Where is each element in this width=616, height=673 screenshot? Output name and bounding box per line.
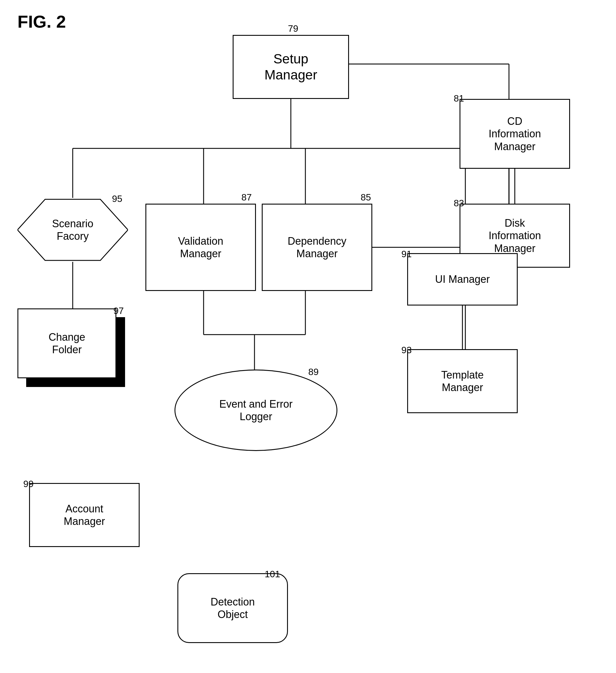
change-folder-number: 97 <box>113 305 124 316</box>
cd-info-manager-node: CD Information Manager <box>459 99 570 169</box>
cd-info-manager-number: 81 <box>454 93 464 104</box>
event-error-logger-node: Event and Error Logger <box>175 370 337 451</box>
ui-manager-node: UI Manager <box>407 253 518 305</box>
figure-label: FIG. 2 <box>17 12 66 32</box>
dependency-manager-node: Dependency Manager <box>262 204 372 291</box>
account-manager-node: Account Manager <box>29 483 139 547</box>
ui-manager-number: 91 <box>401 249 412 259</box>
setup-manager-node: Setup Manager <box>233 35 349 99</box>
scenario-factory-number: 95 <box>112 194 122 204</box>
account-manager-number: 99 <box>23 479 34 489</box>
validation-manager-node: Validation Manager <box>145 204 256 291</box>
template-manager-number: 93 <box>401 345 412 356</box>
scenario-factory-node: Scenario Facory <box>17 198 128 262</box>
detection-object-node: Detection Object <box>178 573 288 643</box>
disk-info-manager-number: 83 <box>454 198 464 209</box>
validation-manager-number: 87 <box>241 192 252 203</box>
template-manager-node: Template Manager <box>407 349 518 413</box>
event-error-logger-number: 89 <box>308 367 319 377</box>
setup-manager-number: 79 <box>288 23 298 34</box>
dependency-manager-number: 85 <box>361 192 371 203</box>
detection-object-number: 101 <box>265 569 280 580</box>
change-folder-node: Change Folder <box>17 308 116 378</box>
